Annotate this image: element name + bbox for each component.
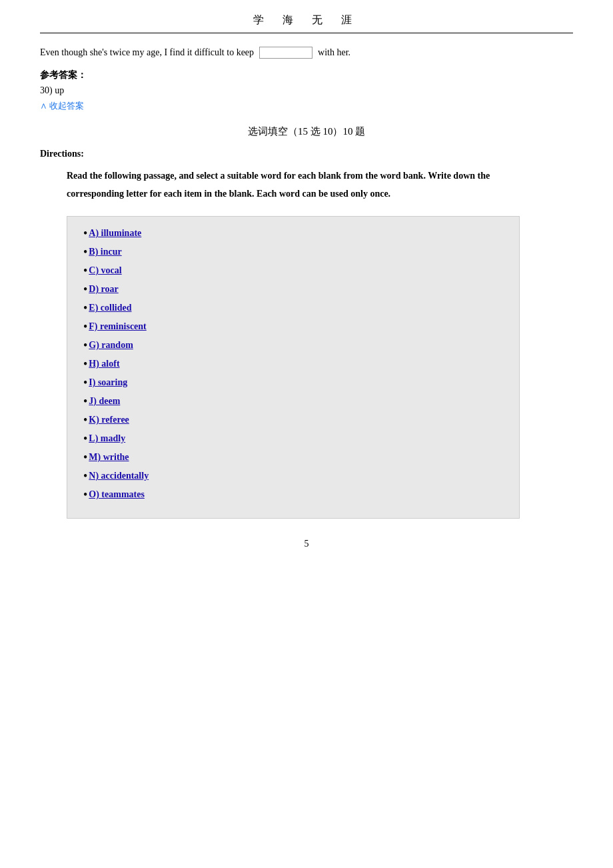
word-item-d: •D) roar (83, 283, 503, 295)
word-link-a[interactable]: A) illuminate (89, 228, 141, 239)
sentence-before: Even though she's twice my age, I find i… (40, 47, 254, 58)
bullet-icon: • (83, 395, 87, 407)
word-item-f: •F) reminiscent (83, 321, 503, 333)
bullet-icon: • (83, 227, 87, 239)
bullet-icon: • (83, 377, 87, 389)
word-link-g[interactable]: G) random (89, 340, 133, 351)
header-title: 学 海 无 涯 (253, 14, 360, 25)
bullet-icon: • (83, 414, 87, 426)
word-link-n[interactable]: N) accidentally (89, 471, 149, 481)
word-item-c: •C) vocal (83, 265, 503, 277)
word-link-f[interactable]: F) reminiscent (89, 321, 146, 332)
directions-text: Read the following passage, and select a… (67, 167, 520, 203)
word-item-o: •O) teammates (83, 489, 503, 501)
bullet-icon: • (83, 246, 87, 258)
word-item-i: •I) soaring (83, 377, 503, 389)
word-item-b: •B) incur (83, 246, 503, 258)
word-link-b[interactable]: B) incur (89, 247, 121, 257)
word-link-k[interactable]: K) referee (89, 415, 129, 425)
answer-blank (259, 47, 312, 59)
word-item-k: •K) referee (83, 414, 503, 426)
word-link-d[interactable]: D) roar (89, 284, 118, 295)
word-item-n: •N) accidentally (83, 470, 503, 482)
section-title: 选词填空（15 选 10）10 题 (40, 125, 573, 138)
bullet-icon: • (83, 489, 87, 501)
bullet-icon: • (83, 470, 87, 482)
page-number: 5 (40, 539, 573, 549)
reference-label: 参考答案： (40, 69, 573, 81)
word-item-m: •M) writhe (83, 451, 503, 463)
bullet-icon: • (83, 433, 87, 445)
word-item-l: •L) madly (83, 433, 503, 445)
sentence-after: with her. (318, 47, 350, 58)
word-link-o[interactable]: O) teammates (89, 489, 145, 500)
sentence-line: Even though she's twice my age, I find i… (40, 47, 573, 59)
word-link-e[interactable]: E) collided (89, 303, 131, 313)
bullet-icon: • (83, 339, 87, 351)
word-item-g: •G) random (83, 339, 503, 351)
word-link-j[interactable]: J) deem (89, 396, 120, 407)
word-item-e: •E) collided (83, 302, 503, 314)
bullet-icon: • (83, 302, 87, 314)
word-item-h: •H) aloft (83, 358, 503, 370)
word-link-m[interactable]: M) writhe (89, 452, 129, 463)
word-link-h[interactable]: H) aloft (89, 359, 119, 369)
bullet-icon: • (83, 321, 87, 333)
bullet-icon: • (83, 451, 87, 463)
page-header: 学 海 无 涯 (40, 13, 573, 33)
word-item-a: •A) illuminate (83, 227, 503, 239)
directions-label: Directions: (40, 149, 573, 159)
bullet-icon: • (83, 358, 87, 370)
bullet-icon: • (83, 283, 87, 295)
word-bank-box: •A) illuminate•B) incur•C) vocal•D) roar… (67, 216, 520, 519)
word-link-i[interactable]: I) soaring (89, 377, 127, 388)
reference-answer: 30) up (40, 85, 573, 96)
word-link-c[interactable]: C) vocal (89, 265, 121, 276)
collapse-link[interactable]: 收起答案 (40, 100, 573, 112)
bullet-icon: • (83, 265, 87, 277)
word-link-l[interactable]: L) madly (89, 433, 125, 444)
word-item-j: •J) deem (83, 395, 503, 407)
